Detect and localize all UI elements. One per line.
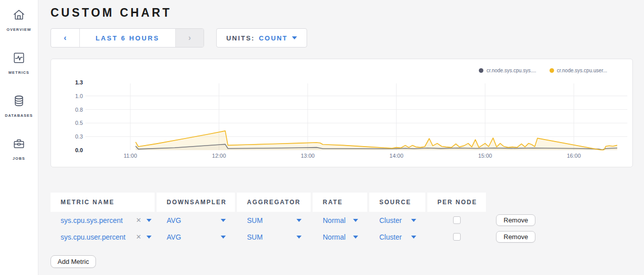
add-metric-button[interactable]: Add Metric [51,255,96,268]
metric-name-select[interactable]: sys.cpu.sys.percent ✕ [61,216,155,224]
source-select[interactable]: Cluster [379,233,425,241]
svg-text:0.5: 0.5 [75,120,83,126]
svg-text:12:00: 12:00 [212,153,226,159]
caret-down-icon [146,236,152,239]
page-title: CUSTOM CHART [51,6,633,20]
remove-button[interactable]: Remove [496,214,535,226]
time-window-picker: ‹ LAST 6 HOURS › [51,28,204,48]
caret-down-icon [296,236,302,239]
col-header-downsampler: DOWNSAMPLER [157,193,235,212]
col-header-metric-name: METRIC NAME [51,193,155,212]
rate-value: Normal [323,216,345,224]
svg-text:0.3: 0.3 [75,133,83,140]
svg-text:0.0: 0.0 [75,147,83,153]
per-node-checkbox[interactable] [453,233,461,241]
database-icon [12,94,26,110]
sidebar-item-metrics[interactable]: METRICS [9,51,29,75]
sidebar: OVERVIEW METRICS DATABASES JOBS [0,0,38,275]
aggregator-value: SUM [247,216,263,224]
downsampler-select[interactable]: AVG [167,216,235,224]
svg-text:11:00: 11:00 [124,153,137,159]
caret-down-icon [296,219,302,222]
col-header-aggregator: AGGREGATOR [237,193,311,212]
rate-select[interactable]: Normal [323,216,367,224]
main-content: CUSTOM CHART ‹ LAST 6 HOURS › UNITS: COU… [38,0,644,275]
jobs-icon [12,137,26,153]
metrics-icon [12,51,26,67]
home-icon [12,8,26,24]
col-header-per-node: PER NODE [427,193,486,212]
svg-text:13:00: 13:00 [301,153,315,159]
sidebar-item-databases[interactable]: DATABASES [5,94,33,118]
units-dropdown[interactable]: UNITS: COUNT [216,28,307,48]
caret-down-icon [146,219,152,222]
metric-name-value: sys.cpu.user.percent [61,233,125,241]
aggregator-select[interactable]: SUM [247,216,311,224]
sidebar-item-label: OVERVIEW [7,27,31,32]
time-prev-button[interactable]: ‹ [51,29,80,47]
caret-down-icon [221,219,226,222]
caret-down-icon [411,219,416,222]
metric-name-select[interactable]: sys.cpu.user.percent ✕ [61,233,155,241]
table-header-row: METRIC NAME DOWNSAMPLER AGGREGATOR RATE … [51,193,633,212]
downsampler-value: AVG [167,233,181,241]
per-node-checkbox[interactable] [453,216,461,224]
remove-button[interactable]: Remove [496,231,535,243]
downsampler-value: AVG [167,216,181,224]
caret-down-icon [292,36,297,39]
units-label: UNITS: [226,34,255,42]
svg-text:0.8: 0.8 [75,107,83,113]
time-range-label: LAST 6 HOURS [95,34,160,42]
rate-select[interactable]: Normal [323,233,367,241]
time-next-button[interactable]: › [175,29,204,47]
chart-plot[interactable]: 1.31.00.80.50.30.011:0012:0013:0014:0015… [51,59,633,168]
aggregator-value: SUM [247,233,263,241]
sidebar-item-overview[interactable]: OVERVIEW [7,8,31,32]
metric-name-value: sys.cpu.sys.percent [61,216,123,224]
aggregator-select[interactable]: SUM [247,233,311,241]
caret-down-icon [411,236,416,239]
svg-text:14:00: 14:00 [389,153,404,159]
caret-down-icon [221,236,226,239]
units-value: COUNT [259,34,288,42]
svg-text:1.0: 1.0 [75,93,83,99]
svg-text:1.3: 1.3 [75,79,83,85]
rate-value: Normal [323,233,345,241]
downsampler-select[interactable]: AVG [167,233,235,241]
source-value: Cluster [379,233,402,241]
caret-down-icon [353,236,358,239]
time-range-dropdown[interactable]: LAST 6 HOURS [80,29,175,47]
sidebar-item-label: METRICS [9,70,29,75]
clear-metric-icon[interactable]: ✕ [136,216,141,224]
table-row: sys.cpu.sys.percent ✕ AVG SUM Normal Clu… [51,212,633,228]
sidebar-item-label: JOBS [13,156,25,161]
caret-down-icon [353,219,358,222]
clear-metric-icon[interactable]: ✕ [136,233,141,241]
source-value: Cluster [379,216,402,224]
col-header-source: SOURCE [369,193,425,212]
sidebar-item-label: DATABASES [5,113,33,118]
table-row: sys.cpu.user.percent ✕ AVG SUM Normal Cl… [51,228,633,245]
svg-text:16:00: 16:00 [567,153,581,159]
chevron-right-icon: › [188,33,191,42]
metrics-table: METRIC NAME DOWNSAMPLER AGGREGATOR RATE … [51,193,633,268]
sidebar-item-jobs[interactable]: JOBS [12,137,26,161]
col-header-rate: RATE [313,193,367,212]
svg-text:15:00: 15:00 [478,153,492,159]
chevron-left-icon: ‹ [64,33,66,42]
controls-row: ‹ LAST 6 HOURS › UNITS: COUNT [51,28,633,48]
source-select[interactable]: Cluster [379,216,425,224]
chart-panel: cr.node.sys.cpu.sys....cr.node.sys.cpu.u… [51,59,633,167]
